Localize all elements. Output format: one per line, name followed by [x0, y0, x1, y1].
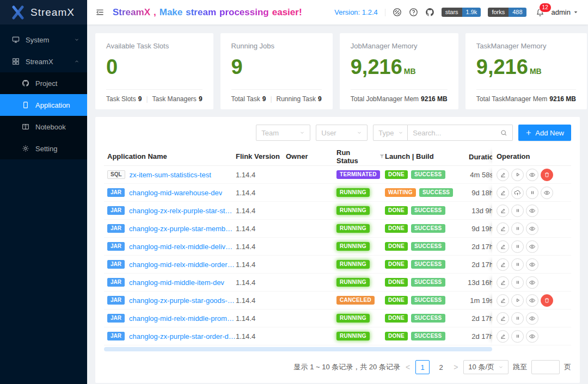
col-owner: Owner — [286, 152, 336, 160]
application-link[interactable]: changlog-zx-purple-star-goods-dev — [129, 296, 236, 305]
sidebar-item-notebook[interactable]: Notebook — [0, 116, 87, 138]
pause-button[interactable] — [511, 258, 524, 271]
application-link[interactable]: zx-item-sum-statistics-test — [130, 171, 211, 179]
pause-button[interactable] — [511, 240, 524, 253]
sidebar-item-streamx[interactable]: StreamX — [0, 51, 87, 72]
edit-button[interactable] — [497, 258, 509, 271]
edit-button[interactable] — [497, 276, 509, 289]
next-page-button[interactable]: > — [452, 363, 459, 371]
edit-button[interactable] — [497, 312, 509, 325]
sidebar-item-label: Application — [35, 101, 70, 109]
play-button[interactable] — [511, 169, 524, 181]
pause-button[interactable] — [511, 222, 524, 235]
stat-value: 9,216MB — [476, 57, 576, 77]
github-icon[interactable] — [425, 8, 434, 17]
application-link[interactable]: changlog-mid-relx-middle-order-dev — [129, 261, 236, 269]
stat-value: 9 — [231, 57, 322, 77]
page-button-2[interactable]: 2 — [434, 360, 448, 374]
eye-button[interactable] — [541, 187, 553, 199]
search-input[interactable] — [413, 129, 500, 137]
eye-button[interactable] — [526, 169, 538, 181]
filter-funnel-icon[interactable] — [379, 153, 385, 159]
pause-button[interactable] — [511, 312, 524, 325]
edit-button[interactable] — [497, 205, 509, 217]
eye-button[interactable] — [526, 312, 538, 325]
pause-button[interactable] — [511, 276, 524, 289]
menu-fold-icon[interactable] — [96, 8, 104, 16]
run-status-cell: CANCELED — [336, 296, 385, 305]
add-new-button[interactable]: Add New — [518, 125, 571, 141]
edit-button[interactable] — [497, 222, 509, 235]
flink-version-cell: 1.14.4 — [236, 314, 286, 323]
link-icon[interactable] — [393, 8, 402, 17]
stat-footer-item: Task Managers9 — [152, 95, 203, 103]
delete-button[interactable] — [541, 294, 553, 307]
application-link[interactable]: changlog-zx-purple-star-order-dev — [129, 332, 236, 340]
page-button-1[interactable]: 1 — [415, 360, 430, 374]
eye-button[interactable] — [526, 205, 538, 217]
forks-badge[interactable]: forks 488 — [488, 8, 526, 17]
build-badge: SUCCESS — [411, 260, 445, 269]
type-select[interactable]: Type — [373, 125, 408, 141]
pause-button[interactable] — [511, 205, 524, 217]
stars-badge[interactable]: stars 1.9k — [442, 8, 481, 17]
prev-page-button[interactable]: < — [405, 363, 411, 371]
help-icon[interactable] — [409, 8, 418, 17]
eye-button[interactable] — [526, 276, 538, 289]
table-row: JARchanglog-mid-relx-middle-order-dev1.1… — [104, 256, 571, 274]
edit-button[interactable] — [497, 330, 509, 343]
application-name-cell: JARchanglog-zx-purple-star-order-dev — [104, 332, 236, 340]
eye-button[interactable] — [526, 258, 538, 271]
forks-label: forks — [488, 8, 509, 17]
sidebar-item-application[interactable]: Application — [0, 94, 87, 116]
user-select[interactable]: User — [316, 125, 367, 141]
application-link[interactable]: changlog-zx-purple-star-member-dev — [129, 225, 236, 233]
eye-button[interactable] — [526, 240, 538, 253]
launch-badge: DONE — [385, 170, 408, 179]
stars-label: stars — [442, 8, 462, 17]
launch-build-cell: DONESUCCESS — [385, 296, 469, 305]
flink-version-cell: 1.14.4 — [236, 189, 286, 197]
search-icon[interactable] — [500, 129, 507, 137]
jar-tag: JAR — [107, 314, 125, 323]
table-row: SQLzx-item-sum-statistics-test1.14.4TERM… — [104, 166, 571, 184]
notifications-bell[interactable]: 12 — [536, 8, 544, 17]
jar-tag: JAR — [107, 260, 125, 269]
sidebar-item-system[interactable]: System — [0, 29, 87, 51]
application-name-cell: JARchanglog-mid-relx-middle-deliver-dev — [104, 242, 236, 251]
run-status-cell: TERMINATED — [336, 170, 385, 179]
launch-build-cell: DONESUCCESS — [385, 170, 469, 179]
search-box — [408, 125, 513, 141]
divider: | — [146, 95, 148, 103]
application-link[interactable]: changlog-mid-relx-middle-promotion-dev — [129, 314, 236, 323]
edit-button[interactable] — [497, 169, 509, 181]
eye-button[interactable] — [526, 294, 538, 307]
eye-button[interactable] — [526, 330, 538, 343]
application-link[interactable]: changlog-mid-relx-middle-deliver-dev — [129, 243, 236, 251]
logo: StreamX — [0, 0, 87, 24]
pause-button[interactable] — [526, 187, 538, 199]
stat-title: Running Jobs — [231, 42, 322, 50]
operation-cell — [492, 256, 571, 273]
horizontal-scrollbar[interactable] — [104, 347, 492, 351]
launch-build-cell: DONESUCCESS — [385, 314, 469, 323]
application-link[interactable]: changlog-mid-warehouse-dev — [129, 189, 222, 197]
eye-button[interactable] — [526, 222, 538, 235]
edit-button[interactable] — [497, 187, 509, 199]
jump-page-input[interactable] — [531, 360, 560, 374]
team-select[interactable]: Team — [256, 125, 310, 141]
pause-button[interactable] — [511, 330, 524, 343]
edit-button[interactable] — [497, 294, 509, 307]
page-size-select[interactable]: 10 条/页 — [463, 360, 509, 374]
play-button[interactable] — [511, 294, 524, 307]
launch-badge: DONE — [385, 314, 408, 323]
edit-button[interactable] — [497, 240, 509, 253]
application-link[interactable]: changlog-zx-relx-purple-star-store-dev — [129, 207, 236, 215]
sidebar-item-label: Setting — [35, 145, 57, 153]
user-menu[interactable]: admin — [552, 8, 578, 16]
delete-button[interactable] — [541, 169, 553, 181]
sidebar-item-project[interactable]: Project — [0, 72, 87, 94]
application-link[interactable]: changlog-mid-middle-item-dev — [129, 278, 224, 287]
upload-button[interactable] — [511, 187, 524, 199]
sidebar-item-setting[interactable]: Setting — [0, 138, 87, 159]
